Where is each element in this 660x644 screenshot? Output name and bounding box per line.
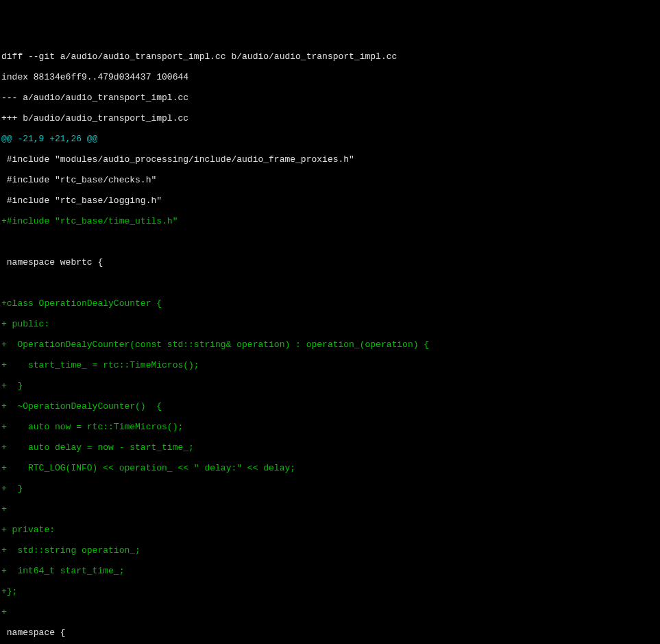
diff-header-git: diff --git a/audio/audio_transport_impl.… (1, 51, 659, 62)
diff-add: + int64_t start_time_; (1, 566, 659, 576)
diff-ctx (1, 278, 659, 288)
diff-add: + ~OperationDealyCounter() { (1, 401, 659, 412)
diff-add: +#include "rtc_base/time_utils.h" (1, 216, 659, 226)
diff-ctx: #include "modules/audio_processing/inclu… (1, 154, 659, 165)
diff-add: + std::string operation_; (1, 545, 659, 556)
diff-add: + start_time_ = rtc::TimeMicros(); (1, 360, 659, 370)
diff-header-plus: +++ b/audio/audio_transport_impl.cc (1, 113, 659, 123)
diff-ctx: namespace { (1, 628, 659, 638)
diff-add: +}; (1, 586, 659, 597)
diff-add: + } (1, 484, 659, 494)
diff-hunk1: @@ -21,9 +21,26 @@ (1, 134, 659, 144)
diff-add: + private: (1, 525, 659, 535)
diff-add: + } (1, 381, 659, 391)
diff-add: + RTC_LOG(INFO) << operation_ << " delay… (1, 463, 659, 473)
diff-add: + auto now = rtc::TimeMicros(); (1, 422, 659, 432)
diff-add: + (1, 607, 659, 617)
terminal-output[interactable]: diff --git a/audio/audio_transport_impl.… (0, 41, 660, 644)
diff-header-index: index 88134e6ff9..479d034437 100644 (1, 72, 659, 82)
diff-header-minus: --- a/audio/audio_transport_impl.cc (1, 93, 659, 103)
diff-add: + auto delay = now - start_time_; (1, 442, 659, 453)
diff-add: + OperationDealyCounter(const std::strin… (1, 339, 659, 350)
diff-add: + (1, 504, 659, 514)
diff-ctx (1, 237, 659, 247)
diff-ctx: namespace webrtc { (1, 257, 659, 267)
diff-ctx: #include "rtc_base/logging.h" (1, 195, 659, 206)
diff-add: + public: (1, 319, 659, 329)
diff-ctx: #include "rtc_base/checks.h" (1, 175, 659, 185)
diff-add: +class OperationDealyCounter { (1, 298, 659, 309)
